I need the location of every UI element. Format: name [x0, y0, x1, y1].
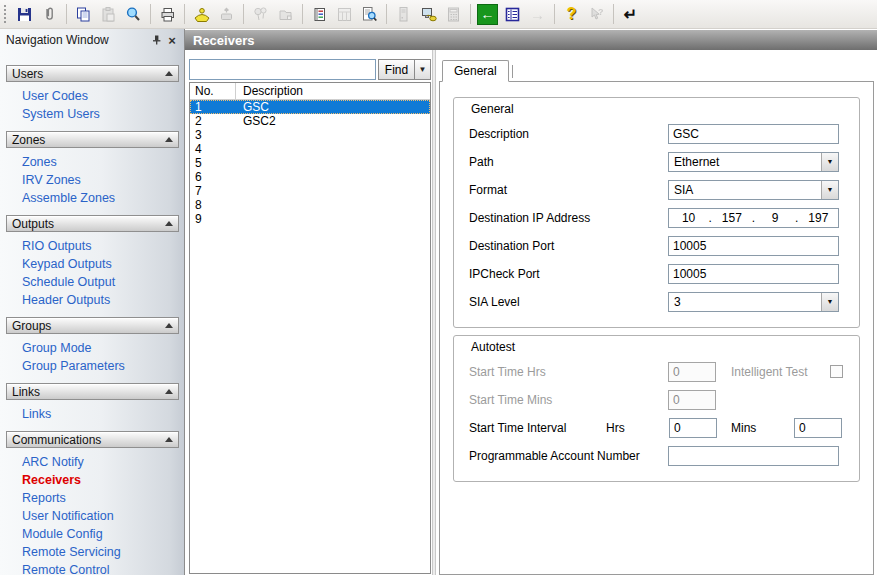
section-label: Outputs: [12, 217, 54, 231]
row-no: 7: [190, 184, 236, 198]
remote-pc-icon[interactable]: [417, 3, 440, 26]
sidebar-item-user-codes[interactable]: User Codes: [0, 87, 184, 105]
events-icon: [249, 3, 272, 26]
row-no: 8: [190, 198, 236, 212]
tab-general[interactable]: General: [442, 60, 509, 82]
ip-octet: 9: [758, 211, 793, 225]
collapse-arrow-icon: [165, 71, 173, 76]
tab-strip: General: [439, 60, 874, 82]
sidebar-item-zones[interactable]: Zones: [0, 153, 184, 171]
collapse-arrow-icon: [165, 389, 173, 394]
collapse-arrow-icon: [165, 323, 173, 328]
copy-icon[interactable]: [72, 3, 95, 26]
help-glyph: ?: [567, 5, 577, 23]
list-row[interactable]: 1GSC: [190, 100, 430, 114]
sia-level-select[interactable]: 3 ▼: [668, 292, 839, 312]
sidebar-item-user-notification[interactable]: User Notification: [0, 507, 184, 525]
path-value: Ethernet: [669, 153, 821, 171]
list-row[interactable]: 6: [190, 170, 430, 184]
sidebar-item-receivers[interactable]: Receivers: [0, 471, 184, 489]
list-row[interactable]: 3: [190, 128, 430, 142]
list-row[interactable]: 5: [190, 156, 430, 170]
description-field[interactable]: [668, 124, 839, 144]
find-input[interactable]: [189, 59, 376, 80]
main-toolbar: ← → ? ? ↵: [0, 0, 877, 29]
sidebar-item-assemble-zones[interactable]: Assemble Zones: [0, 189, 184, 207]
nav-section-communications[interactable]: Communications: [6, 431, 179, 448]
sidebar-item-module-config[interactable]: Module Config: [0, 525, 184, 543]
save-icon[interactable]: [13, 3, 36, 26]
archive-icon: [274, 3, 297, 26]
sidebar-item-system-users[interactable]: System Users: [0, 105, 184, 123]
sidebar-item-schedule-output[interactable]: Schedule Output: [0, 273, 184, 291]
find-dropdown-button[interactable]: ▼: [414, 59, 431, 80]
sidebar-item-group-mode[interactable]: Group Mode: [0, 339, 184, 357]
interval-hrs-field[interactable]: [669, 418, 717, 438]
address-book-icon[interactable]: [308, 3, 331, 26]
sidebar-item-links[interactable]: Links: [0, 405, 184, 423]
nav-section-users[interactable]: Users: [6, 65, 179, 82]
list-row[interactable]: 9: [190, 212, 430, 226]
start-time-mins-field: [668, 390, 716, 410]
panel-computer-icon: [392, 3, 415, 26]
sidebar-item-reports[interactable]: Reports: [0, 489, 184, 507]
ip-octet: 157: [714, 211, 749, 225]
ipcheck-port-label: IPCheck Port: [469, 267, 668, 281]
search-icon[interactable]: [122, 3, 145, 26]
context-help-icon: ?: [585, 3, 608, 26]
details-view-icon[interactable]: [501, 3, 524, 26]
nav-section-outputs[interactable]: Outputs: [6, 215, 179, 232]
description-label: Description: [469, 127, 668, 141]
return-icon[interactable]: ↵: [619, 3, 642, 26]
tab-page-general: General Description Path Ethernet ▼: [439, 82, 874, 575]
section-label: Communications: [12, 433, 101, 447]
sidebar-item-group-parameters[interactable]: Group Parameters: [0, 357, 184, 375]
column-header-no[interactable]: No.: [190, 83, 236, 99]
find-button[interactable]: Find: [378, 59, 414, 80]
toolbar-separator: [150, 4, 151, 24]
nav-section-links[interactable]: Links: [6, 383, 179, 400]
sidebar-item-keypad-outputs[interactable]: Keypad Outputs: [0, 255, 184, 273]
autotest-groupbox: Autotest Start Time Hrs Intelligent Test…: [453, 335, 860, 482]
attach-icon[interactable]: [38, 3, 61, 26]
nav-section-groups[interactable]: Groups: [6, 317, 179, 334]
list-row[interactable]: 7: [190, 184, 430, 198]
column-header-description[interactable]: Description: [236, 84, 430, 98]
row-description: GSC2: [236, 114, 430, 128]
sidebar-item-irv-zones[interactable]: IRV Zones: [0, 171, 184, 189]
pin-icon[interactable]: [148, 33, 164, 48]
format-select[interactable]: SIA ▼: [668, 180, 839, 200]
sidebar-item-remote-servicing[interactable]: Remote Servicing: [0, 543, 184, 561]
ip-octet: 10: [671, 211, 706, 225]
sidebar-item-header-outputs[interactable]: Header Outputs: [0, 291, 184, 309]
nav-section-zones[interactable]: Zones: [6, 131, 179, 148]
connect-phone-icon[interactable]: [190, 3, 213, 26]
back-icon[interactable]: ←: [476, 3, 499, 26]
destination-port-field[interactable]: [668, 236, 839, 256]
programmable-account-field[interactable]: [668, 446, 839, 466]
send-to-panel-icon: [215, 3, 238, 26]
sidebar-item-remote-control[interactable]: Remote Control: [0, 561, 184, 575]
list-row[interactable]: 2GSC2: [190, 114, 430, 128]
receivers-list: No. Description 1GSC 2GSC2 3 4 5 6 7 8 9: [189, 82, 431, 574]
list-row[interactable]: 4: [190, 142, 430, 156]
print-icon[interactable]: [156, 3, 179, 26]
toolbar-grip[interactable]: [4, 5, 7, 23]
sidebar-item-rio-outputs[interactable]: RIO Outputs: [0, 237, 184, 255]
interval-mins-field[interactable]: [794, 418, 842, 438]
close-icon[interactable]: ×: [164, 33, 180, 48]
destination-ip-field[interactable]: 10 . 157 . 9 . 197: [668, 208, 839, 228]
ip-dot: .: [706, 211, 714, 225]
help-icon[interactable]: ?: [560, 3, 583, 26]
list-row[interactable]: 8: [190, 198, 430, 212]
toolbar-separator: [66, 4, 67, 24]
path-select[interactable]: Ethernet ▼: [668, 152, 839, 172]
sidebar-item-arc-notify[interactable]: ARC Notify: [0, 453, 184, 471]
ipcheck-port-field[interactable]: [668, 264, 839, 284]
view-log-icon[interactable]: [358, 3, 381, 26]
ip-dot: .: [750, 211, 758, 225]
row-description: [236, 142, 430, 156]
row-description: GSC: [236, 100, 430, 114]
navigation-body: Users User Codes System Users Zones Zone…: [0, 49, 184, 575]
toolbar-separator: [184, 4, 185, 24]
